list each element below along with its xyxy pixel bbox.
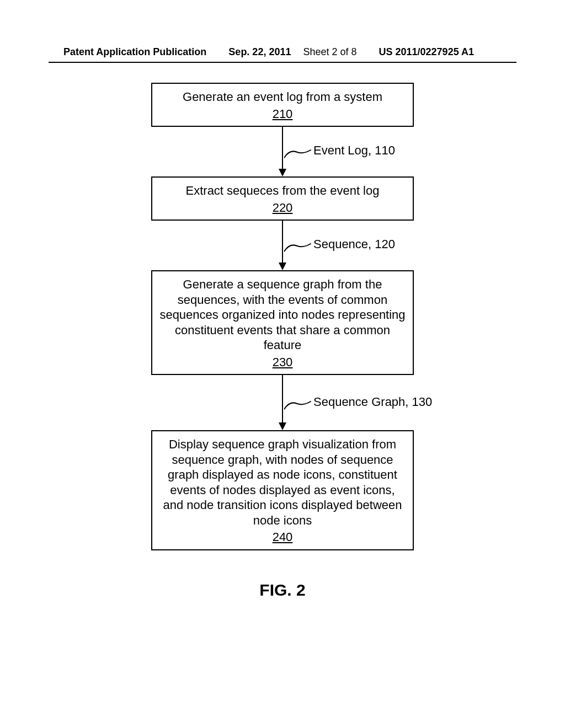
box-ref: 230	[159, 355, 406, 370]
header-docnum: US 2011/0227925 A1	[379, 46, 474, 58]
arrow-shaft	[282, 221, 283, 264]
box-ref: 240	[159, 529, 406, 545]
arrow-shaft	[282, 127, 283, 170]
header-sheet: Sheet 2 of 8	[303, 46, 356, 58]
arrow-head-icon	[279, 263, 286, 270]
leader-line-1	[284, 148, 312, 160]
leader-line-3	[284, 399, 312, 411]
flow-box-220: Extract sequeces from the event log 220	[151, 176, 414, 221]
box-text: Generate a sequence graph from the seque…	[159, 277, 405, 352]
box-ref: 220	[159, 200, 406, 216]
arrow-label-2: Sequence, 120	[313, 237, 395, 251]
arrow-shaft	[282, 375, 283, 424]
page-header: Patent Application Publication Sep. 22, …	[0, 46, 565, 58]
header-rule	[49, 62, 516, 63]
leader-line-2	[284, 242, 312, 254]
box-text: Display sequence graph visualization fro…	[163, 437, 402, 527]
flow-box-210: Generate an event log from a system 210	[151, 83, 414, 127]
figure-canvas: Generate an event log from a system 210 …	[0, 83, 565, 599]
box-text: Extract sequeces from the event log	[186, 184, 380, 197]
arrow-label-3: Sequence Graph, 130	[313, 395, 432, 409]
header-publication: Patent Application Publication	[63, 46, 206, 58]
box-text: Generate an event log from a system	[183, 90, 382, 104]
arrow-label-1: Event Log, 110	[313, 143, 395, 158]
arrow-1: Event Log, 110	[151, 127, 414, 176]
flow-box-240: Display sequence graph visualization fro…	[151, 430, 414, 550]
flow-box-230: Generate a sequence graph from the seque…	[151, 270, 414, 375]
arrow-2: Sequence, 120	[151, 221, 414, 270]
arrow-head-icon	[279, 169, 286, 176]
header-date: Sep. 22, 2011	[228, 46, 291, 58]
box-ref: 210	[159, 106, 406, 122]
arrow-3: Sequence Graph, 130	[151, 375, 414, 430]
arrow-head-icon	[279, 422, 286, 430]
figure-caption: FIG. 2	[0, 581, 565, 599]
